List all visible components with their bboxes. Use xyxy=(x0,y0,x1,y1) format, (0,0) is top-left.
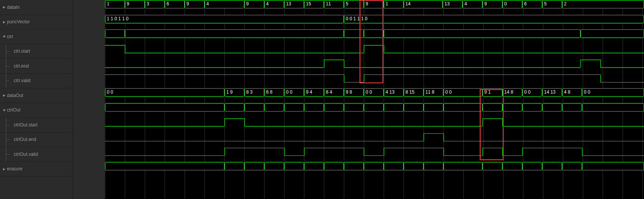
expand-arrow-icon[interactable]: ► xyxy=(2,20,6,24)
bus-segment xyxy=(522,162,542,170)
bus-segment: 11 8 xyxy=(423,88,443,97)
bus-segment xyxy=(502,162,522,170)
lane-erasure xyxy=(105,162,644,177)
bus-segment: 1 9 xyxy=(224,88,244,97)
bus-segment: 1 xyxy=(105,0,125,8)
bus-segment: 0 0 xyxy=(364,88,384,97)
expand-arrow-icon[interactable]: ► xyxy=(2,93,6,97)
bus-segment xyxy=(304,103,324,112)
bus-segment: 14 13 xyxy=(542,88,562,97)
expand-arrow-icon[interactable]: ► xyxy=(2,167,6,171)
bus-segment xyxy=(443,162,482,170)
bus-segment xyxy=(244,103,264,112)
signal-row-dataOut[interactable]: ►dataOut xyxy=(0,88,73,103)
expand-arrow-icon[interactable]: ▼ xyxy=(2,34,6,39)
bus-segment xyxy=(344,103,364,112)
bus-segment xyxy=(423,103,443,112)
bus-segment xyxy=(580,29,644,38)
bus-segment xyxy=(384,103,404,112)
bus-segment: 9 4 xyxy=(304,88,324,97)
signal-row-dataIn[interactable]: ►dataIn xyxy=(0,0,73,15)
value-gutter xyxy=(73,0,105,199)
signal-row-puncVector[interactable]: ►puncVector xyxy=(0,15,73,30)
signal-row-ctrl[interactable]: ▼ctrl xyxy=(0,29,73,44)
expand-arrow-icon[interactable]: ▼ xyxy=(2,108,6,112)
bus-segment: 14 xyxy=(404,0,443,8)
bus-segment xyxy=(284,103,304,112)
bus-segment xyxy=(562,162,582,170)
bus-segment: 13 xyxy=(443,0,463,8)
bus-segment: 14 8 xyxy=(502,88,522,97)
bus-segment: 4 xyxy=(463,0,482,8)
lane-ctrl-valid xyxy=(105,74,644,89)
bus-segment: 8 3 xyxy=(244,88,264,97)
signal-row-ctrl-valid[interactable]: ctrl.valid xyxy=(0,74,73,89)
lane-dataIn: 193694941315115911413490652 xyxy=(105,0,644,15)
lane-puncVector: 1 1 0 1 1 00 0 1 1 1 0 xyxy=(105,15,644,30)
bus-segment: 6 8 xyxy=(264,88,284,97)
bus-segment: 3 xyxy=(145,0,165,8)
bus-segment xyxy=(344,29,364,38)
bus-segment: 0 0 xyxy=(522,88,542,97)
bus-segment xyxy=(582,162,644,170)
bus-segment xyxy=(542,162,562,170)
signal-row-ctrlOut-valid[interactable]: ctrlOut.valid xyxy=(0,147,73,162)
lane-ctrl-start xyxy=(105,44,644,59)
bus-segment: 9 xyxy=(364,0,384,8)
bus-segment xyxy=(582,103,644,112)
bus-segment: 0 xyxy=(502,0,522,8)
lane-ctrlOut-end xyxy=(105,133,644,147)
bus-segment: 6 xyxy=(165,0,185,8)
lane-ctrlOut xyxy=(105,103,644,118)
bus-segment: 9 xyxy=(482,0,502,8)
bus-segment: 0 0 xyxy=(105,88,224,97)
lane-ctrl-end xyxy=(105,59,644,74)
bus-segment: 8 15 xyxy=(404,88,423,97)
waveform-viewer[interactable]: 1936949413151159114134906521 1 0 1 1 00 … xyxy=(105,0,644,199)
bus-segment: 6 xyxy=(522,0,542,8)
signal-list: ►dataIn►puncVector▼ctrlctrl.startctrl.en… xyxy=(0,0,73,199)
bus-segment xyxy=(364,29,384,38)
bus-segment: 9 xyxy=(125,0,145,8)
bus-segment: 9 xyxy=(244,0,264,8)
signal-row-ctrlOut-start[interactable]: ctrlOut.start xyxy=(0,118,73,133)
bus-segment xyxy=(224,162,244,170)
bus-segment xyxy=(384,162,404,170)
signal-row-ctrl-end[interactable]: ctrl.end xyxy=(0,59,73,74)
bus-segment: 11 xyxy=(324,0,344,8)
bus-segment xyxy=(482,103,502,112)
bus-segment xyxy=(105,103,224,112)
bus-segment xyxy=(384,29,580,38)
bus-segment: 4 xyxy=(264,0,284,8)
signal-row-ctrlOut[interactable]: ▼ctrlOut xyxy=(0,103,73,118)
bus-segment xyxy=(125,29,344,38)
bus-segment xyxy=(264,162,284,170)
lane-ctrlOut-start xyxy=(105,118,644,133)
signal-row-erasure[interactable]: ►erasure xyxy=(0,162,73,177)
bus-segment xyxy=(404,103,423,112)
bus-segment: 5 xyxy=(542,0,562,8)
bus-segment xyxy=(562,103,582,112)
bus-segment xyxy=(105,29,125,38)
bus-segment: 8 4 xyxy=(324,88,344,97)
bus-segment xyxy=(324,103,344,112)
bus-segment xyxy=(105,162,224,170)
bus-segment xyxy=(344,162,364,170)
lane-ctrl xyxy=(105,29,644,44)
bus-segment: 1 xyxy=(384,0,404,8)
bus-segment: 2 xyxy=(562,0,644,8)
bus-segment xyxy=(244,162,264,170)
signal-row-ctrlOut-end[interactable]: ctrlOut.end xyxy=(0,133,73,147)
bus-segment: 13 xyxy=(284,0,304,8)
signal-row-ctrl-start[interactable]: ctrl.start xyxy=(0,44,73,59)
bus-segment: 0 0 xyxy=(443,88,482,97)
bus-segment xyxy=(364,162,384,170)
bus-segment: 5 xyxy=(344,0,364,8)
bus-segment xyxy=(224,103,244,112)
bus-segment xyxy=(522,103,542,112)
lane-dataOut: 0 01 98 36 80 09 48 49 80 04 138 1511 80… xyxy=(105,88,644,103)
bus-segment: 4 13 xyxy=(384,88,404,97)
bus-segment xyxy=(423,162,443,170)
bus-segment xyxy=(264,103,284,112)
expand-arrow-icon[interactable]: ► xyxy=(2,5,6,9)
